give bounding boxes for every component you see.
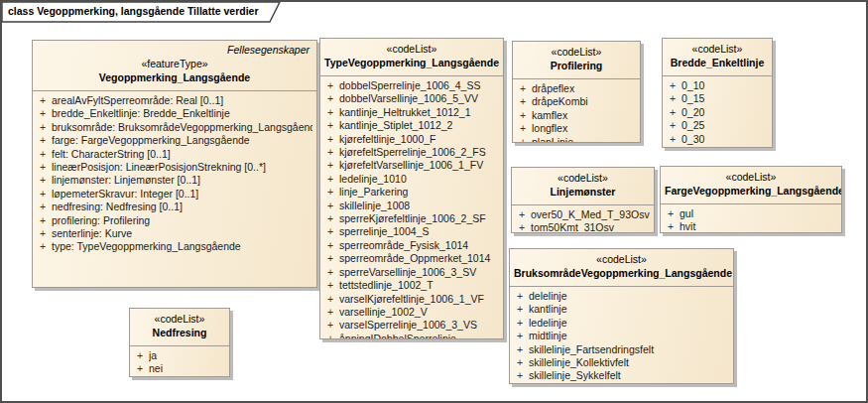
class-box-typevegoppmerking-langsgaaende[interactable]: «codeList» TypeVegoppmerking_Langsgående… [319,38,504,339]
attribute-item[interactable]: +nei [134,362,225,375]
class-box-bredde-enkeltlinje[interactable]: «codeList» Bredde_Enkeltlinje +0_10+0_15… [662,38,773,148]
attribute-item[interactable]: +skillelinje_Sykkelfelt [514,369,729,382]
attribute-item[interactable]: +kantlinje [514,303,729,316]
attribute-item[interactable]: +over50_K_Med_T_93Osv [516,208,650,221]
class-name: Vegoppmerking_Langsgående [37,70,312,85]
class-name: Bredde_Enkeltlinje [667,56,768,70]
attribute-item[interactable]: +skillelinje_Kollektivfelt [514,356,729,369]
attribute-item[interactable]: +løpemeterSkravur: Integer [0..1] [37,188,312,201]
attribute-item[interactable]: +arealAvFyltSperreområde: Real [0..1] [37,94,312,107]
attribute-item[interactable]: +skillelinje_Fartsendringsfelt [514,343,729,356]
attribute-item[interactable]: +skillelinje_1008 [324,200,499,212]
visibility-symbol: + [324,239,339,252]
class-box-nedfresing[interactable]: «codeList» Nedfresing +ja+nei [129,308,230,377]
attribute-text: skillelinje_Fartsendringsfelt [529,343,729,356]
visibility-symbol: + [514,303,529,316]
attribute-item[interactable]: +dobbelVarsellinje_1006_5_VV [324,92,499,105]
attribute-item[interactable]: +åpningIDobbelSperrelinje [324,333,499,339]
class-box-profilering[interactable]: «codeList» Profilering +dråpeflex+dråpeK… [512,41,641,143]
visibility-symbol: + [516,208,531,221]
attribute-item[interactable]: +kjørefeltVarsellinje_1006_1_FV [324,159,499,172]
attribute-text: bredde_Enkeltlinje: Bredde_Enkeltlinje [52,107,312,120]
stereotype-label: «codeList» [324,42,499,56]
attribute-item[interactable]: +sperrelinje_1004_S [324,225,499,238]
attribute-item[interactable]: +ja [134,349,225,362]
class-box-bruksomradevegoppmerking-langsgaaende[interactable]: «codeList» BruksområdeVegoppmerking_Lang… [509,248,734,384]
attribute-item[interactable]: +nedfresing: Nedfresing [0..1] [37,201,312,213]
attribute-item[interactable]: +kjørefeltlinje_1000_F [324,133,499,146]
attribute-item[interactable]: +bruksområde: BruksområdeVegoppmerking_L… [37,121,312,134]
attribute-item[interactable]: +dobbelSperrelinje_1006_4_SS [324,79,499,92]
attribute-item[interactable]: +senterlinje: Kurve [37,227,312,240]
visibility-symbol: + [37,121,52,134]
visibility-symbol: + [37,174,52,187]
diagram-frame-tab[interactable]: class Vegoppmerking, langsgående Tillatt… [2,2,282,23]
attribute-text: lineærPosisjon: LineærPosisjonStrekning … [52,161,312,174]
attribute-item[interactable]: +sperreområde_Oppmerket_1014 [324,252,499,265]
attribute-item[interactable]: +kantlinje_Heltrukket_1012_1 [324,106,499,119]
stereotype-label: «codeList» [667,42,768,56]
attribute-item[interactable]: +tom50Kmt_31Osv [516,221,650,233]
attribute-item[interactable]: +lineærPosisjon: LineærPosisjonStrekning… [37,161,312,174]
attribute-text: gul [680,207,837,220]
attribute-item[interactable]: +ledelinje [514,317,729,330]
attribute-text: hvit [680,220,837,233]
class-box-vegoppmerking-langsgaaende[interactable]: Fellesegenskaper «featureType» Vegoppmer… [32,40,317,288]
attribute-item[interactable]: +linjemønster: Linjemønster [0..1] [37,174,312,187]
attribute-item[interactable]: +varselKjørefeltlinje_1006_1_VF [324,293,499,306]
attribute-item[interactable]: +sperreKjørefeltlinje_1006_2_SF [324,212,499,225]
attribute-item[interactable]: +gul [665,207,837,220]
attribute-text: kantlinje_Heltrukket_1012_1 [339,106,499,119]
class-header: «codeList» Profilering [513,42,640,78]
attribute-item[interactable]: +midtlinje [514,330,729,342]
attribute-item[interactable]: +0_10 [667,79,768,92]
attribute-text: over50_K_Med_T_93Osv [531,208,650,221]
attribute-item[interactable]: +longflex [517,122,636,135]
package-note: Fellesegenskaper [37,44,312,57]
attribute-item[interactable]: +0_20 [667,106,768,119]
attribute-item[interactable]: +sperreVarsellinje_1006_3_SV [324,266,499,279]
attribute-text: sperreKjørefeltlinje_1006_2_SF [339,212,499,225]
attribute-item[interactable]: +kamflex [517,109,636,122]
visibility-symbol: + [324,279,339,292]
attribute-item[interactable]: +type: TypeVegoppmerking_Langsgående [37,240,312,253]
attribute-item[interactable]: +ledelinje_1010 [324,173,499,186]
attribute-item[interactable]: +0_30 [667,133,768,146]
diagram-canvas: class Vegoppmerking, langsgående Tillatt… [0,0,868,403]
attribute-text: ledelinje_1010 [339,173,499,186]
attribute-item[interactable]: +varsellinje_1002_V [324,306,499,319]
visibility-symbol: + [37,94,52,107]
class-name: BruksområdeVegoppmerking_Langsgående [514,266,729,281]
attribute-item[interactable]: +delelinje [514,290,729,303]
visibility-symbol: + [37,240,52,253]
attribute-item[interactable]: +planLinje [517,136,636,143]
attribute-item[interactable]: +bredde_Enkeltlinje: Bredde_Enkeltlinje [37,107,312,120]
attribute-item[interactable]: +felt: CharacterString [0..1] [37,148,312,161]
attribute-item[interactable]: +kantlinje_Stiplet_1012_2 [324,119,499,132]
attribute-item[interactable]: +sperreområde_Fysisk_1014 [324,239,499,252]
class-name: Profilering [517,59,636,73]
class-box-fargevegoppmerking-langsgaaende[interactable]: «codeList» FargeVegoppmerking_Langsgåend… [660,166,842,233]
visibility-symbol: + [324,186,339,199]
attribute-item[interactable]: +tettstedlinje_1002_T [324,279,499,292]
attribute-item[interactable]: +hvit [665,220,837,233]
attribute-text: skillelinje_1008 [339,200,499,212]
class-name: TypeVegoppmerking_Langsgående [324,56,499,70]
attribute-item[interactable]: +varselSperrelinje_1006_3_VS [324,319,499,332]
attribute-item[interactable]: +linje_Parkering [324,186,499,199]
attribute-item[interactable]: +dråpeflex [517,82,636,95]
visibility-symbol: + [667,133,682,146]
attribute-item[interactable]: +kjørefeltSperrelinje_1006_2_FS [324,146,499,159]
class-box-linjemonster[interactable]: «codeList» Linjemønster +over50_K_Med_T_… [511,167,655,233]
class-header: «codeList» Bredde_Enkeltlinje [663,39,772,75]
visibility-symbol: + [324,133,339,146]
class-header: «codeList» FargeVegoppmerking_Langsgåend… [661,167,841,203]
attribute-item[interactable]: +0_15 [667,92,768,105]
attribute-text: farge: FargeVegoppmerking_Langsgående [52,134,312,147]
attribute-item[interactable]: +profilering: Profilering [37,214,312,227]
attribute-item[interactable]: +farge: FargeVegoppmerking_Langsgående [37,134,312,147]
visibility-symbol: + [517,122,532,135]
attribute-item[interactable]: +dråpeKombi [517,95,636,108]
attribute-text: 0_30 [682,133,768,146]
attribute-item[interactable]: +0_25 [667,119,768,132]
